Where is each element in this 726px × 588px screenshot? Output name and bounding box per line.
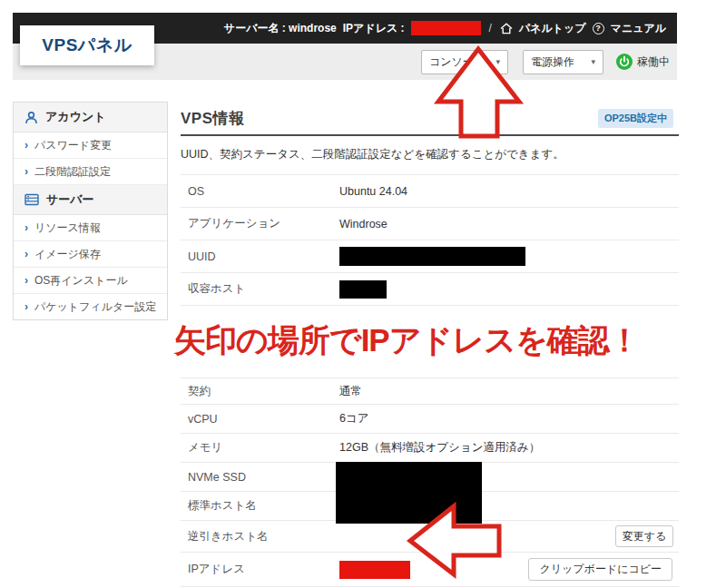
table-row: OS Ubuntu 24.04: [181, 175, 679, 208]
row-label: 契約: [181, 384, 339, 399]
row-label: 収容ホスト: [181, 281, 339, 297]
table-row: IPアドレス クリップボードにコピー: [181, 553, 679, 587]
sidebar-section-server: サーバー: [14, 185, 167, 215]
row-label: UUID: [181, 250, 339, 263]
user-icon: [25, 111, 38, 124]
copy-to-clipboard-button[interactable]: クリップボードにコピー: [528, 558, 672, 581]
host-redaction: [339, 280, 387, 299]
manual-link[interactable]: マニュアル: [611, 21, 666, 36]
row-value: Windrose: [339, 218, 388, 230]
server-status: 稼働中: [616, 54, 670, 70]
console-select[interactable]: コンソール ▾: [421, 50, 508, 74]
sidebar-item-label: イメージ保存: [34, 247, 101, 262]
table-row: アプリケーション Windrose: [181, 208, 679, 240]
sidebar-item-os-reinstall[interactable]: OS再インストール: [14, 268, 167, 294]
row-label: NVMe SSD: [181, 471, 339, 484]
sidebar-item-label: OS再インストール: [34, 273, 128, 289]
sidebar-item-label: パケットフィルター設定: [34, 299, 156, 315]
sidebar: アカウント パスワード変更 二段階認証設定 サーバー リソース情報 イメージ保存…: [13, 102, 168, 320]
row-label: 逆引きホスト名: [181, 529, 339, 544]
row-label: vCPU: [181, 413, 339, 426]
section-title: サーバー: [46, 191, 94, 208]
logo-text: VPSパネル: [42, 34, 132, 57]
sidebar-item-two-factor[interactable]: 二段階認証設定: [14, 159, 167, 185]
row-value: 通常: [339, 384, 362, 399]
row-value: 12GB（無料増設オプション適用済み）: [339, 440, 540, 456]
help-icon: ?: [593, 23, 604, 34]
panel-top-link[interactable]: パネルトップ: [519, 21, 586, 36]
table-row: 契約 通常: [181, 378, 679, 405]
row-label: 標準ホスト名: [181, 498, 339, 514]
red-annotation-text: 矢印の場所でIPアドレスを確認！: [174, 315, 679, 366]
page-title: VPS情報: [181, 108, 245, 129]
chevron-down-icon: ▾: [486, 57, 500, 66]
change-button[interactable]: 変更する: [615, 525, 673, 547]
vps-info-table-top: OS Ubuntu 24.04 アプリケーション Windrose UUID 収…: [181, 174, 679, 306]
power-select-value: 電源操作: [531, 54, 574, 70]
separator: /: [487, 22, 494, 34]
server-info: サーバー名 : windrose IPアドレス : / パネルトップ ? マニュ…: [224, 21, 666, 36]
power-operation-select[interactable]: 電源操作 ▾: [523, 50, 603, 74]
server-icon: [25, 193, 39, 206]
sidebar-item-label: パスワード変更: [34, 138, 112, 153]
server-name-label: サーバー名 : windrose: [224, 21, 337, 36]
sidebar-item-label: リソース情報: [34, 220, 101, 236]
status-running-label: 稼働中: [637, 54, 670, 70]
ip-address-redaction: [411, 21, 481, 35]
table-row: 逆引きホスト名 変更する: [181, 521, 679, 553]
table-row: メモリ 12GB（無料増設オプション適用済み）: [181, 434, 679, 463]
row-label: IPアドレス: [181, 562, 339, 577]
table-row: vCPU 6コア: [181, 405, 679, 434]
ip-address-redaction-row: [339, 561, 410, 579]
sidebar-section-account: アカウント: [14, 103, 167, 132]
sidebar-item-packet-filter[interactable]: パケットフィルター設定: [14, 294, 167, 319]
sidebar-item-image-save[interactable]: イメージ保存: [14, 241, 167, 268]
row-value: 6コア: [339, 411, 369, 426]
sidebar-item-password-change[interactable]: パスワード変更: [14, 132, 167, 159]
row-label: OS: [181, 185, 339, 198]
table-row: UUID: [181, 240, 679, 273]
sidebar-item-resource-info[interactable]: リソース情報: [14, 215, 167, 241]
vps-panel-page: サーバー名 : windrose IPアドレス : / パネルトップ ? マニュ…: [0, 0, 726, 588]
row-label: アプリケーション: [181, 216, 339, 231]
op25b-status-badge: OP25B設定中: [598, 109, 673, 128]
home-icon: [500, 23, 513, 34]
title-divider: [181, 134, 679, 136]
power-status-icon: [616, 54, 633, 70]
sidebar-item-label: 二段階認証設定: [34, 164, 111, 180]
chevron-down-icon: ▾: [582, 57, 595, 66]
ip-address-label: IPアドレス :: [343, 21, 405, 36]
page-description: UUID、契約ステータス、二段階認証設定などを確認することができます。: [181, 147, 679, 162]
row-label: メモリ: [181, 440, 339, 456]
section-title: アカウント: [45, 109, 106, 125]
table-row: 収容ホスト: [181, 273, 679, 306]
vps-panel-logo: VPSパネル: [20, 25, 154, 65]
row-value: Ubuntu 24.04: [339, 185, 407, 198]
console-select-value: コンソール: [429, 54, 485, 70]
uuid-redaction: [339, 247, 525, 266]
hostname-redaction: [336, 462, 482, 524]
